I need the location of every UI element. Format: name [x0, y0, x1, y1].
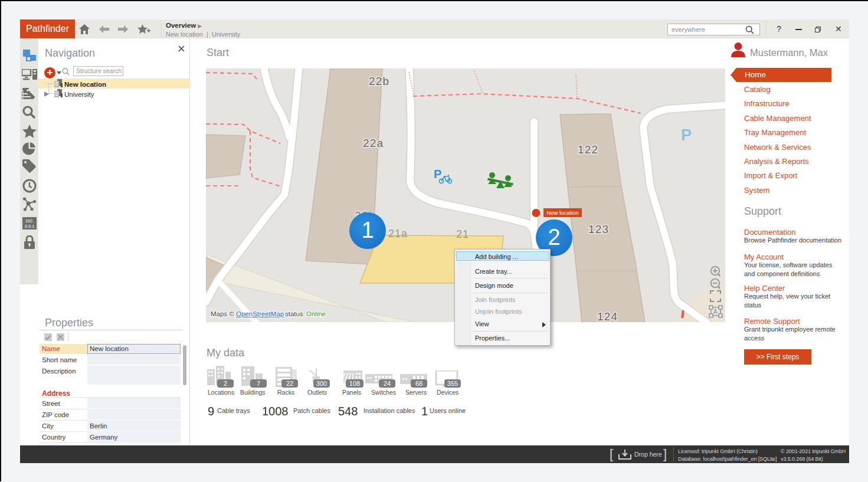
svg-text:21: 21	[456, 228, 469, 240]
svg-text:P: P	[681, 126, 692, 144]
svg-text:A: A	[713, 309, 718, 315]
svg-text:status:: status:	[285, 310, 305, 317]
svg-text:21a: 21a	[388, 228, 408, 240]
svg-text:P: P	[434, 168, 441, 181]
svg-text:124: 124	[597, 310, 618, 322]
svg-text:22b: 22b	[369, 75, 389, 87]
svg-text:Online: Online	[306, 310, 326, 317]
svg-text:122: 122	[578, 143, 598, 156]
svg-text:22a: 22a	[363, 137, 384, 149]
svg-text:OpenStreetMap: OpenStreetMap	[236, 310, 284, 317]
svg-text:Maps ©: Maps ©	[211, 310, 234, 317]
svg-text:123: 123	[588, 223, 609, 235]
